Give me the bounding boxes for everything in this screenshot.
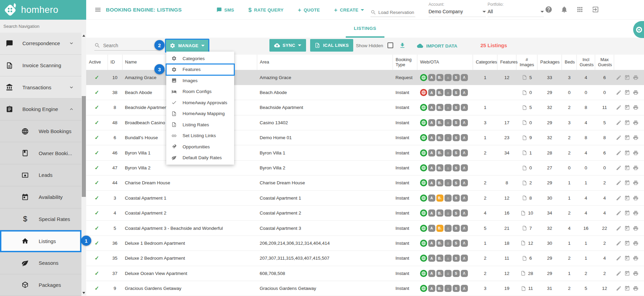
printer-icon[interactable] xyxy=(633,225,639,231)
pencil-icon[interactable] xyxy=(616,195,622,201)
printer-icon[interactable] xyxy=(633,195,639,201)
column-header-booking-type[interactable]: Booking Type xyxy=(393,55,417,70)
printer-icon[interactable] xyxy=(633,210,639,216)
calendar-icon[interactable] xyxy=(624,271,630,276)
scroll-down-arrow-icon[interactable] xyxy=(82,292,85,294)
menu-item-set-listing-links[interactable]: Set Listing Links xyxy=(166,130,234,142)
column-header-beds[interactable]: Beds xyxy=(562,55,577,70)
pencil-icon[interactable] xyxy=(616,150,622,156)
pencil-icon[interactable] xyxy=(616,135,622,141)
listing-row[interactable]: ✓4Coastal Apartment 2Coastal Apartment 2… xyxy=(86,206,644,221)
printer-icon[interactable] xyxy=(633,180,639,186)
show-hidden-checkbox[interactable] xyxy=(387,42,393,48)
printer-icon[interactable] xyxy=(633,135,639,141)
download-icon[interactable] xyxy=(399,42,406,49)
listing-row[interactable]: ✓37Deluxe Ocean View Apartment608,708,50… xyxy=(86,266,644,281)
sidebar-item-booking-engine[interactable]: Booking Engine xyxy=(0,98,81,121)
printer-icon[interactable] xyxy=(633,120,639,126)
pencil-icon[interactable] xyxy=(616,285,622,291)
tab-listings[interactable]: LISTINGS xyxy=(346,20,384,38)
pencil-icon[interactable] xyxy=(616,271,622,276)
sidebar-item-leads[interactable]: Leads xyxy=(0,164,81,186)
portfolio-select[interactable]: All xyxy=(488,9,544,14)
help-button[interactable] xyxy=(545,6,552,15)
calendar-icon[interactable] xyxy=(624,255,630,261)
sidebar-item-special-rates[interactable]: $Special Rates xyxy=(0,208,81,230)
pencil-icon[interactable] xyxy=(616,75,622,80)
column-header-id[interactable]: ID xyxy=(108,55,122,70)
printer-icon[interactable] xyxy=(633,285,639,291)
menu-item-homeaway-approvals[interactable]: HomeAway Approvals xyxy=(166,97,234,108)
column-header-area[interactable]: Area xyxy=(257,55,393,70)
pencil-icon[interactable] xyxy=(616,225,622,231)
sidebar-item-transactions[interactable]: Transactions xyxy=(0,76,81,98)
column-header-packages[interactable]: Packages xyxy=(537,55,562,70)
calendar-icon[interactable] xyxy=(624,180,630,186)
listing-row[interactable]: ✓44Charise Dream HouseCharise Dream Hous… xyxy=(86,175,644,190)
pencil-icon[interactable] xyxy=(616,210,622,216)
calendar-icon[interactable] xyxy=(624,120,630,126)
sidebar-item-listings[interactable]: Listings xyxy=(0,230,81,252)
pencil-icon[interactable] xyxy=(616,180,622,186)
calendar-icon[interactable] xyxy=(624,225,630,231)
manage-button[interactable]: MANAGE xyxy=(165,39,209,53)
listing-row[interactable]: ✓3Coastal Apartment 1Coastal Apartment 1… xyxy=(86,190,644,205)
sidebar-item-availability[interactable]: Availability xyxy=(0,186,81,208)
calendar-icon[interactable] xyxy=(624,240,630,246)
sidebar-item-packages[interactable]: Packages xyxy=(0,274,81,296)
search-field[interactable] xyxy=(94,40,160,51)
menu-item-images[interactable]: Images xyxy=(166,75,234,86)
calendar-icon[interactable] xyxy=(624,165,630,171)
menu-item-features[interactable]: Features xyxy=(166,64,234,75)
column-header-categories[interactable]: Categories xyxy=(473,55,497,70)
menu-item-listing-rates[interactable]: Listing Rates xyxy=(166,119,234,130)
listing-row[interactable]: ✓9Gracious Gardens GetawayGracious Garde… xyxy=(86,281,644,296)
sidebar-item-seasons[interactable]: Seasons xyxy=(0,252,81,274)
column-header-actions[interactable] xyxy=(614,55,644,70)
printer-icon[interactable] xyxy=(633,271,639,276)
printer-icon[interactable] xyxy=(633,150,639,156)
apps-button[interactable] xyxy=(576,6,584,15)
sidebar-scrollbar[interactable] xyxy=(81,33,86,296)
column-header-web-ota[interactable]: Web/OTA xyxy=(417,55,473,70)
sidebar-search-input[interactable] xyxy=(3,24,71,29)
search-input[interactable] xyxy=(103,43,154,48)
hamburger-menu-icon[interactable] xyxy=(94,6,101,13)
printer-icon[interactable] xyxy=(633,240,639,246)
pencil-icon[interactable] xyxy=(616,240,622,246)
printer-icon[interactable] xyxy=(633,105,639,110)
column-header-active[interactable]: Active xyxy=(86,55,108,70)
scroll-up-arrow-icon[interactable] xyxy=(82,35,85,37)
calendar-icon[interactable] xyxy=(624,285,630,291)
rate-query-button[interactable]: $RATE QUERY xyxy=(248,7,284,13)
bell-button[interactable] xyxy=(561,6,568,15)
quote-button[interactable]: +QUOTE xyxy=(298,7,320,13)
signout-button[interactable] xyxy=(592,6,599,15)
sidebar-item-invoice-scanning[interactable]: Invoice Scanning xyxy=(0,55,81,77)
calendar-icon[interactable] xyxy=(624,90,630,95)
calendar-icon[interactable] xyxy=(624,195,630,201)
scrollbar-thumb[interactable] xyxy=(82,96,86,197)
sms-button[interactable]: SMS xyxy=(216,7,234,13)
printer-icon[interactable] xyxy=(633,255,639,261)
calendar-icon[interactable] xyxy=(624,150,630,156)
menu-item-homeaway-mapping[interactable]: HomeAway Mapping xyxy=(166,108,234,119)
menu-item-opportunities[interactable]: Opportunities xyxy=(166,141,234,152)
pencil-icon[interactable] xyxy=(616,90,622,95)
printer-icon[interactable] xyxy=(633,165,639,171)
pencil-icon[interactable] xyxy=(616,165,622,171)
column-header-images[interactable]: # Images xyxy=(516,55,537,70)
pencil-icon[interactable] xyxy=(616,255,622,261)
account-select[interactable]: Demo Company xyxy=(429,9,486,14)
column-header-features[interactable]: Features xyxy=(497,55,516,70)
pencil-icon[interactable] xyxy=(616,120,622,126)
pencil-icon[interactable] xyxy=(616,105,622,110)
sidebar-item-correspondence[interactable]: Correspondence xyxy=(0,33,81,55)
menu-item-room-configs[interactable]: Room Configs xyxy=(166,86,234,97)
column-header-max-guests[interactable]: Max Guests xyxy=(595,55,614,70)
calendar-icon[interactable] xyxy=(624,105,630,110)
import-data-button[interactable]: IMPORT DATA xyxy=(417,43,457,49)
calendar-icon[interactable] xyxy=(624,75,630,80)
printer-icon[interactable] xyxy=(633,75,639,80)
ical-links-button[interactable]: ICAL LINKS xyxy=(310,39,353,52)
